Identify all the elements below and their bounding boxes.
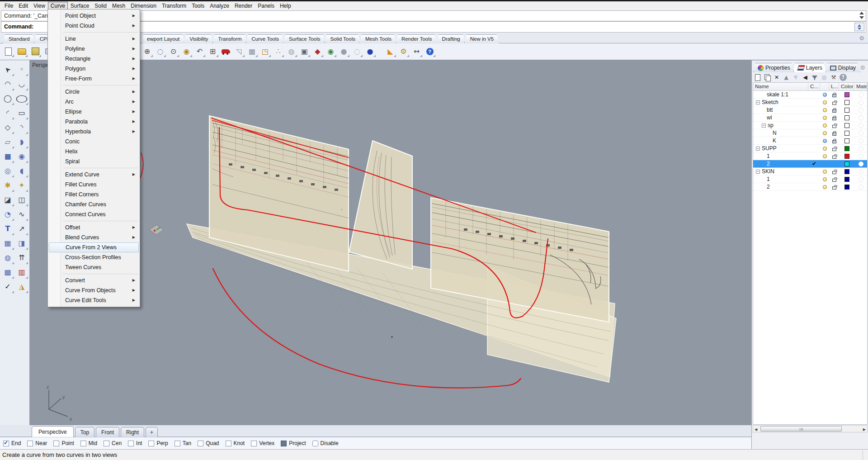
layer-current-cell[interactable] <box>808 183 820 190</box>
layer-color-cell[interactable] <box>839 168 854 175</box>
zoom-dynamic-icon[interactable]: ⊕ <box>141 45 153 57</box>
layer-current-cell[interactable] <box>808 91 820 98</box>
osnap-checkbox-perp[interactable] <box>148 441 154 446</box>
polygon-icon[interactable]: ◇ <box>1 121 14 134</box>
layer-visibility-cell[interactable] <box>820 106 829 114</box>
layer-visibility-cell[interactable] <box>820 160 829 167</box>
menu-item-tween-curves[interactable]: Tween Curves <box>48 262 140 272</box>
lock-icon[interactable] <box>832 94 836 97</box>
osnap-tan[interactable]: Tan <box>175 440 191 446</box>
toolbar-tab-surface-tools[interactable]: Surface Tools <box>283 34 326 43</box>
material-circle-icon[interactable] <box>859 138 863 143</box>
bulb-icon[interactable] <box>823 177 827 181</box>
color-swatch[interactable] <box>844 146 849 151</box>
menu-item-cross-section-profiles[interactable]: Cross-Section Profiles <box>48 252 140 262</box>
layer-row-1[interactable]: 1 <box>753 152 867 160</box>
layer-color-cell[interactable] <box>839 137 854 144</box>
layer-color-cell[interactable] <box>839 145 854 152</box>
toolbar-tab-standard[interactable]: Standard <box>3 34 36 43</box>
layer-color-cell[interactable] <box>839 160 854 167</box>
viewport-tab-front[interactable]: Front <box>96 427 119 437</box>
toolbar-tab-render-tools[interactable]: Render Tools <box>396 34 438 43</box>
car-icon[interactable] <box>220 45 232 57</box>
menu-item-extend-curve[interactable]: Extend Curve▶ <box>48 170 140 180</box>
expander-icon[interactable]: − <box>756 100 760 104</box>
layer-lock-cell[interactable] <box>829 99 839 106</box>
material-circle-icon[interactable] <box>859 115 863 120</box>
layer-row-1[interactable]: 1 <box>753 175 867 183</box>
layer-lock-cell[interactable] <box>829 145 839 152</box>
menu-view[interactable]: View <box>31 2 48 10</box>
layer-current-cell[interactable] <box>808 122 820 129</box>
material-circle-icon[interactable] <box>859 100 863 105</box>
tabrow-gear-icon[interactable]: ⚙ <box>859 35 864 42</box>
layer-material-cell[interactable] <box>854 160 867 167</box>
bulb-icon[interactable] <box>823 185 827 189</box>
layer-row-2[interactable]: 2 <box>753 183 867 191</box>
layer-row-sketch[interactable]: −Sketch <box>753 99 867 106</box>
material-circle-icon[interactable] <box>859 154 863 159</box>
color-swatch[interactable] <box>844 138 849 143</box>
layer-material-cell[interactable] <box>854 91 867 98</box>
zoom-extents-icon[interactable]: ⊙ <box>167 45 179 57</box>
toolbar-tab-transform[interactable]: Transform <box>212 34 248 43</box>
osnap-checkbox-point[interactable] <box>53 441 59 446</box>
menu-item-curve-edit-tools[interactable]: Curve Edit Tools▶ <box>48 295 140 305</box>
delete-layer-icon[interactable]: ✕ <box>773 74 780 81</box>
osnap-end[interactable]: End <box>3 440 21 446</box>
menu-item-curve-from-objects[interactable]: Curve From Objects▶ <box>48 285 140 295</box>
ellipse-icon[interactable]: ◯ <box>15 92 28 105</box>
pyramid-icon[interactable]: ◮ <box>15 280 28 294</box>
color-wheel-icon[interactable]: ◉ <box>325 45 337 57</box>
panel-tab-properties[interactable]: Properties <box>753 63 795 72</box>
menu-file[interactable]: File <box>2 2 16 10</box>
surface-plane-icon[interactable]: ▱ <box>1 135 14 149</box>
scroll-up-icon[interactable] <box>859 12 864 14</box>
layer-color-cell[interactable] <box>839 129 854 137</box>
material-circle-icon[interactable] <box>859 169 863 174</box>
spin-up-icon[interactable] <box>858 24 861 27</box>
bulb-icon[interactable] <box>823 116 827 120</box>
expander-icon[interactable]: − <box>756 147 760 151</box>
menu-item-hyperbola[interactable]: Hyperbola▶ <box>48 127 140 137</box>
layer-visibility-cell[interactable] <box>820 145 829 152</box>
open-file-icon[interactable] <box>16 45 28 57</box>
material-circle-icon[interactable] <box>859 108 863 113</box>
column-header-color[interactable]: Color <box>839 83 854 90</box>
menu-item-free-form[interactable]: Free-Form▶ <box>48 74 140 84</box>
layer-lock-cell[interactable] <box>829 122 839 129</box>
menu-item-line[interactable]: Line▶ <box>48 34 140 44</box>
menu-tools[interactable]: Tools <box>189 2 207 10</box>
revolve-icon[interactable]: ◖ <box>15 164 28 178</box>
viewport-title[interactable]: Perspe <box>32 62 49 68</box>
osnap-vertex[interactable]: Vertex <box>251 440 274 446</box>
menu-item-polygon[interactable]: Polygon▶ <box>48 64 140 74</box>
layer-current-cell[interactable] <box>808 114 820 121</box>
filter-back-icon[interactable]: ◀ <box>802 74 809 81</box>
layer-row-sp[interactable]: −sp <box>753 122 867 129</box>
osnap-checkbox-mid[interactable] <box>80 441 86 446</box>
layer-row-2[interactable]: 2✔ <box>753 160 867 168</box>
layer-visibility-cell[interactable] <box>820 91 829 98</box>
layer-material-cell[interactable] <box>854 183 867 190</box>
bulb-icon[interactable] <box>823 108 827 112</box>
solid-union-icon[interactable]: ◍ <box>1 251 14 265</box>
expander-icon[interactable]: − <box>762 123 766 128</box>
viewport-tab-top[interactable]: Top <box>75 427 94 437</box>
save-file-icon[interactable] <box>29 45 42 57</box>
mirror-icon[interactable]: ◨ <box>15 237 28 250</box>
color-swatch[interactable] <box>844 154 849 159</box>
menu-item-blend-curves[interactable]: Blend Curves▶ <box>48 232 140 242</box>
lock-icon[interactable] <box>832 171 836 174</box>
panel-tab-display[interactable]: Display <box>826 63 860 72</box>
scrollbar-thumb[interactable] <box>760 426 842 432</box>
color-swatch[interactable] <box>844 177 849 182</box>
column-header-c[interactable]: C... <box>808 83 820 90</box>
layer-lock-cell[interactable] <box>829 175 839 183</box>
layer-color-cell[interactable] <box>839 91 854 98</box>
menu-item-convert[interactable]: Convert▶ <box>48 275 140 285</box>
bulb-icon[interactable] <box>823 100 827 104</box>
color-swatch[interactable] <box>844 100 849 105</box>
sheet-icon[interactable]: ▦ <box>821 74 828 81</box>
osnap-knot[interactable]: Knot <box>226 440 245 446</box>
